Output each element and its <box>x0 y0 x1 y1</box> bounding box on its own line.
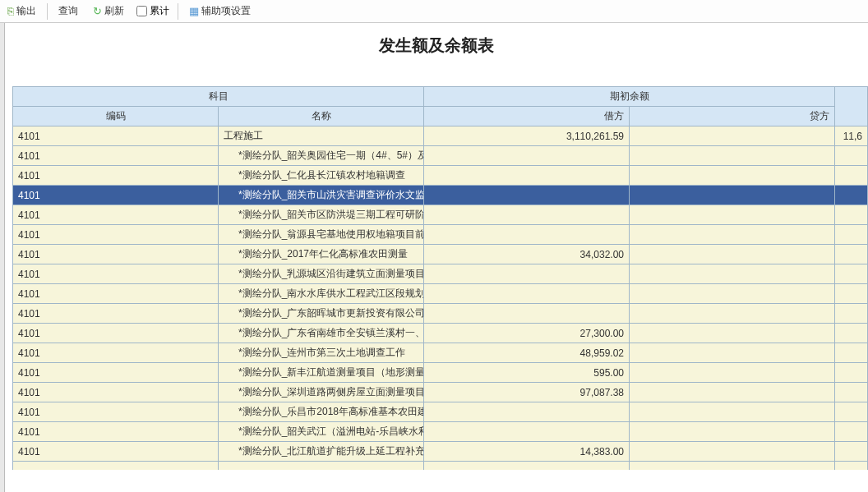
cell-credit[interactable] <box>630 422 835 442</box>
cell-credit[interactable] <box>630 442 835 462</box>
cell-extra[interactable] <box>835 324 868 343</box>
header-opening-balance[interactable]: 期初余额 <box>424 87 835 107</box>
cell-code[interactable]: 4101 <box>13 343 219 363</box>
cell-extra[interactable] <box>835 225 868 245</box>
cell-extra[interactable] <box>835 304 868 324</box>
cell-debit[interactable] <box>424 186 630 205</box>
table-row[interactable]: 4101*测绘分队_广东韶晖城市更新投资有限公司权籍调查测绘 <box>13 304 868 324</box>
cell-credit[interactable] <box>630 225 835 245</box>
cell-name[interactable]: *测绘分队_翁源县宅基地使用权地籍项目前期勘测调查项目 <box>219 225 424 245</box>
cell-name[interactable]: 工程施工 <box>219 126 424 146</box>
table-row[interactable] <box>13 462 868 470</box>
cell-extra[interactable] <box>835 462 868 470</box>
cell-debit[interactable] <box>424 422 630 442</box>
cell-debit[interactable] <box>424 284 630 304</box>
cell-name[interactable]: *测绘分队_仁化县长江镇农村地籍调查 <box>219 166 424 186</box>
cell-debit[interactable]: 34,032.00 <box>424 245 630 264</box>
header-name[interactable]: 名称 <box>219 107 424 126</box>
cell-code[interactable]: 4101 <box>13 146 219 166</box>
header-credit[interactable]: 贷方 <box>630 107 835 126</box>
table-row[interactable]: 4101*测绘分队_广东省南雄市全安镇兰溪村一、二组北侧山坡崩塌地质灾害治理项目… <box>13 324 868 343</box>
cell-credit[interactable] <box>630 166 835 186</box>
cell-debit[interactable] <box>424 402 630 422</box>
cell-credit[interactable] <box>630 324 835 343</box>
table-row[interactable]: 4101*测绘分队_南水水库供水工程武江区段规划定桩测量及挖边沟服务项目 <box>13 284 868 304</box>
cell-debit[interactable]: 595.00 <box>424 363 630 383</box>
table-row[interactable]: 4101*测绘分队_北江航道扩能升级上延工程补充测量专题项目（工可研究阶段）14… <box>13 442 868 462</box>
table-row[interactable]: 4101*测绘分队_韶关奥园住宅一期（4#、5#）及商业6地块权籍调查测绘 <box>13 146 868 166</box>
cell-credit[interactable] <box>630 304 835 324</box>
cell-code[interactable]: 4101 <box>13 383 219 402</box>
cell-code[interactable]: 4101 <box>13 422 219 442</box>
table-row[interactable]: 4101*测绘分队_深圳道路两侧房屋立面测量项目97,087.38 <box>13 383 868 402</box>
cell-code[interactable]: 4101 <box>13 126 219 146</box>
export-button[interactable]: ⎘ 输出 <box>2 2 42 21</box>
table-row[interactable]: 4101*测绘分队_韶关武江（溢洲电站-乐昌峡水利枢纽（66公里））河道调查项目 <box>13 422 868 442</box>
cell-debit[interactable]: 3,110,261.59 <box>424 126 630 146</box>
cell-extra[interactable] <box>835 383 868 402</box>
cell-credit[interactable] <box>630 245 835 264</box>
cell-name[interactable]: *测绘分队_韶关奥园住宅一期（4#、5#）及商业6地块权籍调查测绘 <box>219 146 424 166</box>
cell-debit[interactable] <box>424 304 630 324</box>
cell-name[interactable]: *测绘分队_北江航道扩能升级上延工程补充测量专题项目（工可研究阶段） <box>219 442 424 462</box>
cell-extra[interactable] <box>835 264 868 284</box>
cell-debit[interactable] <box>424 146 630 166</box>
cell-extra[interactable] <box>835 245 868 264</box>
cell-code[interactable]: 4101 <box>13 166 219 186</box>
cell-code[interactable]: 4101 <box>13 225 219 245</box>
cell-name[interactable]: *测绘分队_广东省南雄市全安镇兰溪村一、二组北侧山坡崩塌地质灾害治理项目 <box>219 324 424 343</box>
cell-name[interactable]: *测绘分队_新丰江航道测量项目（地形测量）测量技术服务第一期工程 <box>219 363 424 383</box>
cell-extra[interactable] <box>835 166 868 186</box>
header-debit[interactable]: 借方 <box>424 107 630 126</box>
cell-name[interactable]: *测绘分队_2017年仁化高标准农田测量 <box>219 245 424 264</box>
cell-credit[interactable] <box>630 383 835 402</box>
cell-name[interactable]: *测绘分队_广东韶晖城市更新投资有限公司权籍调查测绘 <box>219 304 424 324</box>
cell-name[interactable]: *测绘分队_连州市第三次土地调查工作 <box>219 343 424 363</box>
query-button[interactable]: 查询 <box>53 2 84 21</box>
cell-code[interactable] <box>13 462 219 470</box>
cumulative-checkbox[interactable] <box>136 6 147 16</box>
cell-credit[interactable] <box>630 402 835 422</box>
cell-code[interactable]: 4101 <box>13 304 219 324</box>
cell-extra[interactable]: 11,6 <box>835 126 868 146</box>
cell-code[interactable]: 4101 <box>13 442 219 462</box>
cell-code[interactable]: 4101 <box>13 205 219 225</box>
table-row[interactable]: 4101*测绘分队_翁源县宅基地使用权地籍项目前期勘测调查项目 <box>13 225 868 245</box>
cell-code[interactable]: 4101 <box>13 363 219 383</box>
table-row[interactable]: 4101*测绘分队_新丰江航道测量项目（地形测量）测量技术服务第一期工程595.… <box>13 363 868 383</box>
cell-extra[interactable] <box>835 205 868 225</box>
table-row[interactable]: 4101*测绘分队_仁化县长江镇农村地籍调查 <box>13 166 868 186</box>
header-extra[interactable] <box>835 87 868 126</box>
cumulative-checkbox-wrap[interactable]: 累计 <box>133 4 173 18</box>
cell-credit[interactable] <box>630 363 835 383</box>
cell-debit[interactable]: 27,300.00 <box>424 324 630 343</box>
cell-name[interactable]: *测绘分队_乐昌市2018年高标准基本农田建设项目前期工作勘测项目 <box>219 402 424 422</box>
cell-extra[interactable] <box>835 422 868 442</box>
cell-credit[interactable] <box>630 343 835 363</box>
cell-debit[interactable]: 48,959.02 <box>424 343 630 363</box>
refresh-button[interactable]: ↻ 刷新 <box>87 2 130 21</box>
cell-debit[interactable] <box>424 205 630 225</box>
cell-extra[interactable] <box>835 363 868 383</box>
cell-credit[interactable] <box>630 186 835 205</box>
header-code[interactable]: 编码 <box>13 107 219 126</box>
header-subject-group[interactable]: 科目 <box>13 87 424 107</box>
cell-credit[interactable] <box>630 462 835 470</box>
table-row[interactable]: 4101工程施工3,110,261.5911,6 <box>13 126 868 146</box>
cell-debit[interactable] <box>424 264 630 284</box>
cell-extra[interactable] <box>835 284 868 304</box>
cell-debit[interactable] <box>424 225 630 245</box>
table-row[interactable]: 4101*测绘分队_2017年仁化高标准农田测量34,032.00 <box>13 245 868 264</box>
cell-name[interactable]: *测绘分队_乳源城区沿街建筑立面测量项目 <box>219 264 424 284</box>
cell-credit[interactable] <box>630 284 835 304</box>
aux-settings-button[interactable]: ▦ 辅助项设置 <box>183 2 256 21</box>
cell-name[interactable]: *测绘分队_韶关市山洪灾害调查评价水文监测项目 <box>219 186 424 205</box>
cell-extra[interactable] <box>835 343 868 363</box>
table-row[interactable]: 4101*测绘分队_连州市第三次土地调查工作48,959.02 <box>13 343 868 363</box>
cell-name[interactable] <box>219 462 424 470</box>
cell-name[interactable]: *测绘分队_深圳道路两侧房屋立面测量项目 <box>219 383 424 402</box>
table-row[interactable]: 4101*测绘分队_韶关市区防洪堤三期工程可研阶段测量 <box>13 205 868 225</box>
cell-code[interactable]: 4101 <box>13 324 219 343</box>
cell-extra[interactable] <box>835 186 868 205</box>
cell-code[interactable]: 4101 <box>13 402 219 422</box>
